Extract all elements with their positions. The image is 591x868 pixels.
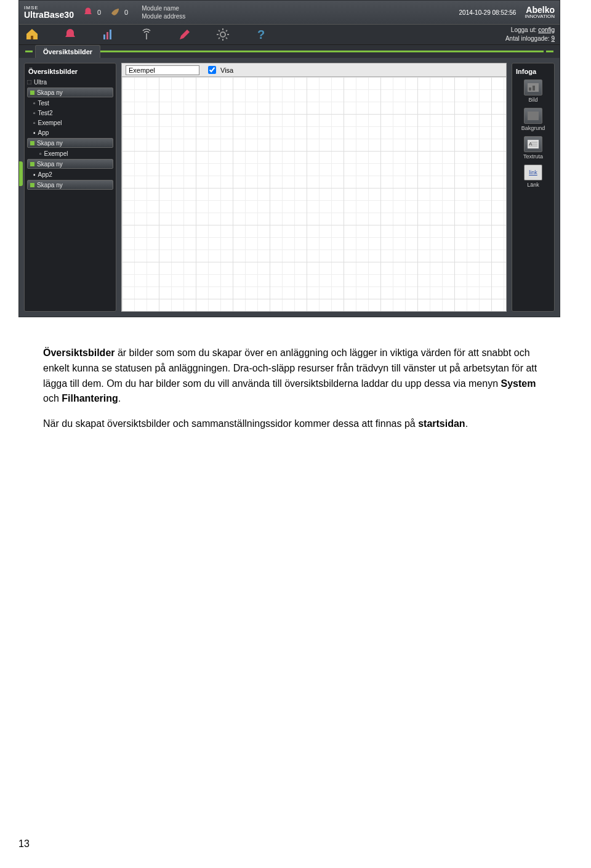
tree-item[interactable]: ▫Test <box>27 98 113 108</box>
tree-create[interactable]: Skapa ny <box>27 180 113 190</box>
tree-heading: Översiktsbilder <box>27 66 113 77</box>
tree: Ultra Skapa ny ▫Test ▫Test2 ▫Exempel ▪Ap… <box>27 77 113 190</box>
term-system: System <box>501 378 536 389</box>
editor-area: Översiktsbilder Ultra Skapa ny ▫Test ▫Te… <box>19 58 560 317</box>
tree-item[interactable]: ▫Test2 <box>27 108 113 118</box>
nav-row: ? Logga ut: config Antal inloggade: 9 <box>19 24 560 45</box>
tab-strip: Översiktsbilder <box>19 45 560 58</box>
svg-rect-12 <box>529 87 531 91</box>
nav-gear-icon[interactable] <box>215 26 231 43</box>
nav-home-icon[interactable] <box>24 26 40 43</box>
canvas-grid[interactable] <box>121 76 507 312</box>
tree-panel: Översiktsbilder Ultra Skapa ny ▫Test ▫Te… <box>24 63 116 312</box>
leaf-icon <box>110 7 121 18</box>
tree-create-root[interactable]: Skapa ny <box>27 87 113 97</box>
nav-chart-icon[interactable] <box>100 26 116 43</box>
logout-link[interactable]: config <box>538 26 555 33</box>
tree-root[interactable]: Ultra <box>27 77 113 87</box>
svg-rect-8 <box>30 141 34 145</box>
svg-rect-13 <box>533 86 535 91</box>
module-address-label: Module address <box>142 12 185 20</box>
topbar: IMSE UltraBase30 0 0 Module name Module … <box>19 1 560 24</box>
palette-panel: Infoga Bild Bakgrund A Textruta link Län… <box>512 63 555 312</box>
app-screenshot: IMSE UltraBase30 0 0 Module name Module … <box>18 0 560 317</box>
palette-textruta[interactable]: A Textruta <box>515 134 552 162</box>
nav-pen-icon[interactable] <box>177 26 193 43</box>
tab-overview[interactable]: Översiktsbilder <box>35 45 100 58</box>
paragraph-2: När du skapat översiktsbilder och samman… <box>43 416 548 432</box>
tree-folder[interactable]: ▪App2 <box>27 169 113 179</box>
metric-leaf-value: 0 <box>124 9 128 16</box>
svg-text:?: ? <box>257 28 265 41</box>
palette-lank[interactable]: link Länk <box>515 162 552 190</box>
svg-rect-7 <box>30 91 34 95</box>
tree-create[interactable]: Skapa ny <box>27 159 113 169</box>
canvas-wrap: Visa <box>121 63 507 312</box>
textbox-icon: A <box>528 140 539 148</box>
tree-folder[interactable]: ▪App <box>27 128 113 137</box>
metric-bell: 0 <box>82 7 101 18</box>
logout-label: Logga ut: <box>511 26 538 33</box>
paragraph-1: Översiktsbilder är bilder som som du ska… <box>43 346 548 407</box>
body-text: Översiktsbilder är bilder som som du ska… <box>0 317 591 466</box>
vendor-name: Abelko <box>526 6 555 14</box>
nav-antenna-icon[interactable] <box>139 26 155 43</box>
svg-rect-2 <box>107 32 108 39</box>
term-startsidan: startsidan <box>418 418 465 429</box>
link-icon: link <box>524 164 542 180</box>
svg-rect-0 <box>31 36 33 39</box>
tree-item[interactable]: ▫Exempel <box>27 148 113 158</box>
canvas-toolbar: Visa <box>121 63 507 76</box>
term-filhantering: Filhantering <box>62 393 118 404</box>
svg-rect-1 <box>103 34 105 39</box>
module-name-label: Module name <box>142 4 185 12</box>
tree-item[interactable]: ▫Exempel <box>27 118 113 128</box>
svg-rect-6 <box>27 80 31 84</box>
timestamp: 2014-10-29 08:52:56 <box>459 9 517 16</box>
canvas-name-input[interactable] <box>126 65 199 75</box>
palette-bakgrund[interactable]: Bakgrund <box>515 105 552 134</box>
visa-label: Visa <box>220 67 233 74</box>
bell-icon <box>82 7 94 18</box>
vendor-logo: Abelko INNOVATION <box>525 6 555 19</box>
nav-bell-icon[interactable] <box>62 26 78 43</box>
account-area: Logga ut: config Antal inloggade: 9 <box>505 26 555 43</box>
vendor-sub: INNOVATION <box>525 14 555 19</box>
palette-bild[interactable]: Bild <box>515 77 552 105</box>
brand: IMSE UltraBase30 <box>24 6 74 19</box>
svg-rect-10 <box>30 183 34 187</box>
nav-help-icon[interactable]: ? <box>253 26 269 43</box>
visa-checkbox[interactable] <box>208 66 216 74</box>
term-oversiktsbilder: Översiktsbilder <box>43 347 115 358</box>
logged-count[interactable]: 9 <box>551 35 555 42</box>
palette-heading: Infoga <box>515 66 552 77</box>
metric-leaf: 0 <box>110 7 128 18</box>
background-icon <box>528 112 539 120</box>
metric-bell-value: 0 <box>97 9 101 16</box>
side-handle[interactable] <box>19 161 23 186</box>
tree-create[interactable]: Skapa ny <box>27 138 113 148</box>
page-number: 13 <box>18 838 30 850</box>
visa-toggle[interactable]: Visa <box>206 64 233 76</box>
svg-rect-14 <box>528 112 539 120</box>
svg-rect-3 <box>110 30 111 39</box>
svg-rect-9 <box>30 162 34 166</box>
logged-label: Antal inloggade: <box>505 35 552 42</box>
svg-point-4 <box>220 32 225 37</box>
image-icon <box>528 83 539 92</box>
brand-product: UltraBase30 <box>24 10 74 19</box>
module-info: Module name Module address <box>142 4 185 20</box>
